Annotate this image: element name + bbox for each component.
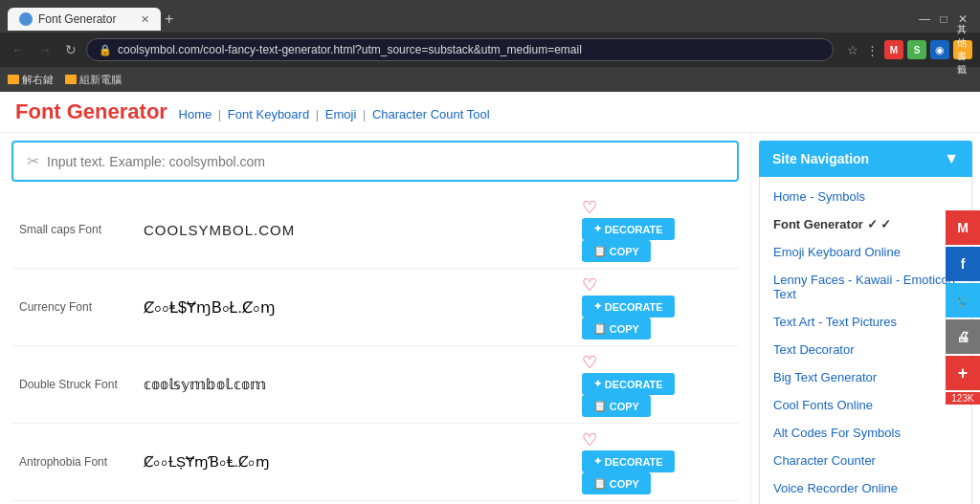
gmail-extension-icon[interactable]: M xyxy=(884,40,903,59)
toolbar-icons: ☆ ⋮ xyxy=(847,43,879,57)
copy-icon: 📋 xyxy=(593,477,607,490)
tab-close-button[interactable]: ✕ xyxy=(141,13,149,26)
sidebar-item-5[interactable]: Text Decorator xyxy=(760,336,971,363)
font-preview-cell: COOLSYMBOL.COM xyxy=(136,191,574,269)
social-plus-button[interactable]: + xyxy=(946,356,980,390)
extension-icons: M S ◉ 其他書籤 xyxy=(884,40,972,59)
font-name-cell: Currency Font xyxy=(11,269,136,346)
table-row: Small caps Font COOLSYMBOL.COM ♡ ✦ DECOR… xyxy=(11,191,739,269)
font-preview-cell: Ȼ০০ȽȘɎɱƁ০Ⱡ.Ȼ০ɱ xyxy=(136,424,574,501)
font-preview-cell: Ȼ০০Ⱡ$ɎɱB০Ł.Ȼ০ɱ xyxy=(136,269,574,346)
social-print-button[interactable]: 🖨 xyxy=(946,319,980,354)
font-actions-cell: ♡ ✦ DECORATE 📋 COPY xyxy=(574,346,739,424)
copy-button[interactable]: 📋 COPY xyxy=(582,395,651,417)
bookmark-jie[interactable]: 解右鍵 xyxy=(8,73,54,87)
sidebar-item-0[interactable]: Home - Symbols xyxy=(760,183,971,210)
sidebar-item-2[interactable]: Emoji Keyboard Online xyxy=(760,238,971,266)
nav-font-keyboard[interactable]: Font Keyboard xyxy=(228,107,309,121)
table-row: Double Struck Font 𝕔𝕠𝕠𝕝𝕤𝕪𝕞𝕓𝕠𝕝.𝕔𝕠𝕞 ♡ ✦ DE… xyxy=(11,346,739,424)
decorate-icon: ✦ xyxy=(593,300,602,313)
social-twitter-button[interactable]: 🐦 xyxy=(946,283,980,318)
decorate-button[interactable]: ✦ DECORATE xyxy=(582,450,675,472)
sidebar-item-9[interactable]: Character Counter xyxy=(760,447,971,474)
copy-button[interactable]: 📋 COPY xyxy=(582,318,651,340)
minimize-button[interactable]: — xyxy=(919,13,930,25)
font-name-cell: Small caps Font xyxy=(11,191,136,269)
reload-button[interactable]: ↻ xyxy=(61,40,80,59)
tab-favicon xyxy=(19,12,33,26)
decorate-icon: ✦ xyxy=(593,378,602,390)
sidebar-item-4[interactable]: Text Art - Text Pictures xyxy=(760,308,971,336)
bookmark-label-2: 組新電腦 xyxy=(79,73,122,87)
tab-bar: Font Generator ✕ + — □ ✕ xyxy=(0,0,980,33)
address-text: coolsymbol.com/cool-fancy-text-generator… xyxy=(118,43,582,56)
social-facebook-button[interactable]: f xyxy=(946,247,980,281)
font-table: Small caps Font COOLSYMBOL.COM ♡ ✦ DECOR… xyxy=(11,191,739,504)
table-row: Bubble Font ⓒⓞⓞⓛⓢⓨⓜⓑⓞⓛ.ⓒⓞⓜ ♡ ✦ DECORATE … xyxy=(11,501,739,505)
sidebar-nav-header: Site Navigation ▼ xyxy=(759,141,972,177)
sidebar-item-7[interactable]: Cool Fonts Online xyxy=(760,391,971,419)
font-name-cell: Bubble Font xyxy=(11,501,136,505)
sidebar-item-6[interactable]: Big Text Generator xyxy=(760,363,971,391)
ext-icon-3[interactable]: ◉ xyxy=(930,40,949,59)
page-body: ✂ Small caps Font COOLSYMBOL.COM ♡ ✦ DEC… xyxy=(0,133,980,504)
search-bar[interactable]: ✂ xyxy=(11,141,739,182)
copy-icon: 📋 xyxy=(593,400,607,412)
heart-button[interactable]: ♡ xyxy=(582,352,597,373)
search-icon: ✂ xyxy=(27,152,39,170)
copy-icon: 📋 xyxy=(593,322,607,335)
bookmark-star-icon[interactable]: ☆ xyxy=(847,43,858,57)
nav-home[interactable]: Home xyxy=(179,107,212,121)
copy-button[interactable]: 📋 COPY xyxy=(582,240,651,262)
nav-emoji[interactable]: Emoji xyxy=(325,107,357,121)
copy-button[interactable]: 📋 COPY xyxy=(582,472,651,494)
lock-icon: 🔒 xyxy=(99,44,112,56)
search-input[interactable] xyxy=(47,154,724,169)
address-bar-row: ← → ↻ 🔒 coolsymbol.com/cool-fancy-text-g… xyxy=(0,33,980,67)
decorate-icon: ✦ xyxy=(593,223,602,235)
font-actions-cell: ♡ ✦ DECORATE 📋 COPY xyxy=(574,269,739,346)
sidebar-nav-title: Site Navigation xyxy=(772,151,869,166)
new-tab-button[interactable]: + xyxy=(165,11,173,28)
bookmark-computer[interactable]: 組新電腦 xyxy=(65,73,122,87)
sidebar-item-3[interactable]: Lenny Faces - Kawaii - Emoticon Text xyxy=(760,266,971,308)
sidebar-item-1[interactable]: Font Generator ✓ xyxy=(760,210,971,238)
address-bar[interactable]: 🔒 coolsymbol.com/cool-fancy-text-generat… xyxy=(86,38,834,61)
font-actions-cell: ♡ ✦ DECORATE 📋 COPY xyxy=(574,191,739,269)
sidebar-collapse-icon[interactable]: ▼ xyxy=(944,150,959,167)
site-title: Font Generator xyxy=(15,99,167,123)
sidebar-item-10[interactable]: Voice Recorder Online xyxy=(760,474,971,502)
font-name-cell: Antrophobia Font xyxy=(11,424,136,501)
more-options-icon[interactable]: ⋮ xyxy=(866,43,879,57)
forward-button[interactable]: → xyxy=(34,40,56,59)
main-content: ✂ Small caps Font COOLSYMBOL.COM ♡ ✦ DEC… xyxy=(0,133,750,504)
font-preview-cell: 𝕔𝕠𝕠𝕝𝕤𝕪𝕞𝕓𝕠𝕝.𝕔𝕠𝕞 xyxy=(136,346,574,424)
font-name-cell: Double Struck Font xyxy=(11,346,136,424)
decorate-button[interactable]: ✦ DECORATE xyxy=(582,296,675,318)
social-gmail-button[interactable]: M xyxy=(946,210,980,245)
table-row: Currency Font Ȼ০০Ⱡ$ɎɱB০Ł.Ȼ০ɱ ♡ ✦ DECORAT… xyxy=(11,269,739,346)
page-content: Font Generator Home | Font Keyboard | Em… xyxy=(0,92,980,504)
back-button[interactable]: ← xyxy=(8,40,29,59)
heart-button[interactable]: ♡ xyxy=(582,429,597,450)
decorate-icon: ✦ xyxy=(593,455,602,468)
copy-icon: 📋 xyxy=(593,245,607,257)
bookmark-label-1: 解右鍵 xyxy=(22,73,54,87)
font-actions-cell: ♡ ✦ DECORATE 📋 COPY xyxy=(574,424,739,501)
font-actions-cell: ♡ ✦ DECORATE 📋 COPY xyxy=(574,501,739,505)
folder-icon-2 xyxy=(65,75,77,84)
page-header: Font Generator Home | Font Keyboard | Em… xyxy=(0,92,980,133)
heart-button[interactable]: ♡ xyxy=(582,197,597,218)
active-tab[interactable]: Font Generator ✕ xyxy=(8,8,161,31)
bookmarks-extension[interactable]: 其他書籤 xyxy=(953,40,972,59)
nav-links: Home | Font Keyboard | Emoji | Character… xyxy=(179,107,490,121)
nav-character-count[interactable]: Character Count Tool xyxy=(372,107,490,121)
ext-icon-2[interactable]: S xyxy=(907,40,926,59)
heart-button[interactable]: ♡ xyxy=(582,274,597,296)
social-sidebar: M f 🐦 🖨 + 123K xyxy=(946,210,980,405)
decorate-button[interactable]: ✦ DECORATE xyxy=(582,218,675,240)
sidebar-item-8[interactable]: Alt Codes For Symbols xyxy=(760,419,971,447)
maximize-button[interactable]: □ xyxy=(938,13,949,25)
table-row: Antrophobia Font Ȼ০০ȽȘɎɱƁ০Ⱡ.Ȼ০ɱ ♡ ✦ DECO… xyxy=(11,424,739,501)
decorate-button[interactable]: ✦ DECORATE xyxy=(582,373,675,395)
